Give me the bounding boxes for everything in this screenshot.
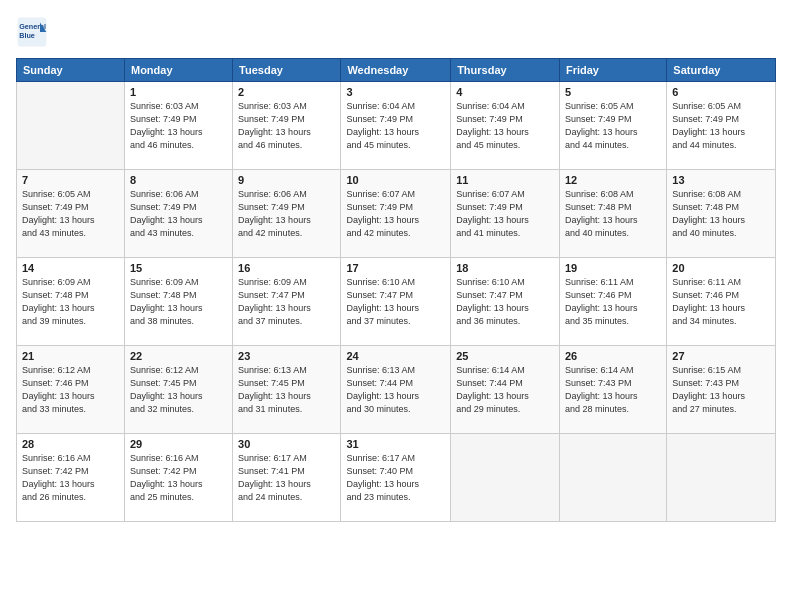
day-number: 16 xyxy=(238,262,335,274)
day-number: 25 xyxy=(456,350,554,362)
calendar-cell: 14Sunrise: 6:09 AM Sunset: 7:48 PM Dayli… xyxy=(17,258,125,346)
day-info: Sunrise: 6:03 AM Sunset: 7:49 PM Dayligh… xyxy=(238,100,335,152)
column-header-tuesday: Tuesday xyxy=(233,59,341,82)
column-header-saturday: Saturday xyxy=(667,59,776,82)
day-number: 18 xyxy=(456,262,554,274)
calendar-cell: 5Sunrise: 6:05 AM Sunset: 7:49 PM Daylig… xyxy=(559,82,666,170)
day-number: 2 xyxy=(238,86,335,98)
day-number: 12 xyxy=(565,174,661,186)
calendar-cell: 1Sunrise: 6:03 AM Sunset: 7:49 PM Daylig… xyxy=(124,82,232,170)
calendar-cell: 23Sunrise: 6:13 AM Sunset: 7:45 PM Dayli… xyxy=(233,346,341,434)
calendar-week-4: 21Sunrise: 6:12 AM Sunset: 7:46 PM Dayli… xyxy=(17,346,776,434)
day-number: 28 xyxy=(22,438,119,450)
calendar-cell: 26Sunrise: 6:14 AM Sunset: 7:43 PM Dayli… xyxy=(559,346,666,434)
day-number: 10 xyxy=(346,174,445,186)
header: General Blue xyxy=(16,16,776,48)
day-info: Sunrise: 6:14 AM Sunset: 7:43 PM Dayligh… xyxy=(565,364,661,416)
day-number: 13 xyxy=(672,174,770,186)
calendar-cell: 27Sunrise: 6:15 AM Sunset: 7:43 PM Dayli… xyxy=(667,346,776,434)
logo: General Blue xyxy=(16,16,48,48)
day-number: 21 xyxy=(22,350,119,362)
day-number: 9 xyxy=(238,174,335,186)
day-info: Sunrise: 6:05 AM Sunset: 7:49 PM Dayligh… xyxy=(22,188,119,240)
day-info: Sunrise: 6:17 AM Sunset: 7:41 PM Dayligh… xyxy=(238,452,335,504)
day-number: 22 xyxy=(130,350,227,362)
calendar-cell: 9Sunrise: 6:06 AM Sunset: 7:49 PM Daylig… xyxy=(233,170,341,258)
calendar-cell xyxy=(667,434,776,522)
calendar-cell: 28Sunrise: 6:16 AM Sunset: 7:42 PM Dayli… xyxy=(17,434,125,522)
day-info: Sunrise: 6:06 AM Sunset: 7:49 PM Dayligh… xyxy=(238,188,335,240)
svg-text:Blue: Blue xyxy=(19,31,35,40)
calendar-cell: 16Sunrise: 6:09 AM Sunset: 7:47 PM Dayli… xyxy=(233,258,341,346)
day-number: 11 xyxy=(456,174,554,186)
column-header-friday: Friday xyxy=(559,59,666,82)
day-info: Sunrise: 6:07 AM Sunset: 7:49 PM Dayligh… xyxy=(346,188,445,240)
calendar-cell: 2Sunrise: 6:03 AM Sunset: 7:49 PM Daylig… xyxy=(233,82,341,170)
day-number: 31 xyxy=(346,438,445,450)
day-info: Sunrise: 6:04 AM Sunset: 7:49 PM Dayligh… xyxy=(456,100,554,152)
column-header-sunday: Sunday xyxy=(17,59,125,82)
day-number: 30 xyxy=(238,438,335,450)
day-number: 29 xyxy=(130,438,227,450)
day-number: 3 xyxy=(346,86,445,98)
day-info: Sunrise: 6:09 AM Sunset: 7:47 PM Dayligh… xyxy=(238,276,335,328)
day-number: 26 xyxy=(565,350,661,362)
day-number: 5 xyxy=(565,86,661,98)
day-info: Sunrise: 6:09 AM Sunset: 7:48 PM Dayligh… xyxy=(22,276,119,328)
calendar-cell: 18Sunrise: 6:10 AM Sunset: 7:47 PM Dayli… xyxy=(451,258,560,346)
calendar-week-5: 28Sunrise: 6:16 AM Sunset: 7:42 PM Dayli… xyxy=(17,434,776,522)
calendar-cell: 29Sunrise: 6:16 AM Sunset: 7:42 PM Dayli… xyxy=(124,434,232,522)
day-info: Sunrise: 6:13 AM Sunset: 7:45 PM Dayligh… xyxy=(238,364,335,416)
day-info: Sunrise: 6:08 AM Sunset: 7:48 PM Dayligh… xyxy=(565,188,661,240)
calendar-cell: 15Sunrise: 6:09 AM Sunset: 7:48 PM Dayli… xyxy=(124,258,232,346)
day-info: Sunrise: 6:05 AM Sunset: 7:49 PM Dayligh… xyxy=(565,100,661,152)
day-info: Sunrise: 6:06 AM Sunset: 7:49 PM Dayligh… xyxy=(130,188,227,240)
calendar-cell: 12Sunrise: 6:08 AM Sunset: 7:48 PM Dayli… xyxy=(559,170,666,258)
calendar-week-1: 1Sunrise: 6:03 AM Sunset: 7:49 PM Daylig… xyxy=(17,82,776,170)
day-info: Sunrise: 6:13 AM Sunset: 7:44 PM Dayligh… xyxy=(346,364,445,416)
page: General Blue SundayMondayTuesdayWednesda… xyxy=(0,0,792,612)
day-info: Sunrise: 6:11 AM Sunset: 7:46 PM Dayligh… xyxy=(672,276,770,328)
day-number: 4 xyxy=(456,86,554,98)
calendar-week-2: 7Sunrise: 6:05 AM Sunset: 7:49 PM Daylig… xyxy=(17,170,776,258)
calendar-cell: 25Sunrise: 6:14 AM Sunset: 7:44 PM Dayli… xyxy=(451,346,560,434)
day-number: 20 xyxy=(672,262,770,274)
column-header-wednesday: Wednesday xyxy=(341,59,451,82)
day-info: Sunrise: 6:05 AM Sunset: 7:49 PM Dayligh… xyxy=(672,100,770,152)
day-number: 15 xyxy=(130,262,227,274)
calendar-cell: 17Sunrise: 6:10 AM Sunset: 7:47 PM Dayli… xyxy=(341,258,451,346)
day-number: 8 xyxy=(130,174,227,186)
day-number: 14 xyxy=(22,262,119,274)
calendar-cell xyxy=(451,434,560,522)
day-number: 7 xyxy=(22,174,119,186)
column-header-monday: Monday xyxy=(124,59,232,82)
calendar-cell: 22Sunrise: 6:12 AM Sunset: 7:45 PM Dayli… xyxy=(124,346,232,434)
calendar-cell: 13Sunrise: 6:08 AM Sunset: 7:48 PM Dayli… xyxy=(667,170,776,258)
day-info: Sunrise: 6:09 AM Sunset: 7:48 PM Dayligh… xyxy=(130,276,227,328)
calendar-cell: 7Sunrise: 6:05 AM Sunset: 7:49 PM Daylig… xyxy=(17,170,125,258)
day-info: Sunrise: 6:16 AM Sunset: 7:42 PM Dayligh… xyxy=(22,452,119,504)
day-info: Sunrise: 6:15 AM Sunset: 7:43 PM Dayligh… xyxy=(672,364,770,416)
calendar-cell: 4Sunrise: 6:04 AM Sunset: 7:49 PM Daylig… xyxy=(451,82,560,170)
day-info: Sunrise: 6:14 AM Sunset: 7:44 PM Dayligh… xyxy=(456,364,554,416)
calendar-cell xyxy=(17,82,125,170)
day-number: 6 xyxy=(672,86,770,98)
calendar-cell: 20Sunrise: 6:11 AM Sunset: 7:46 PM Dayli… xyxy=(667,258,776,346)
day-number: 27 xyxy=(672,350,770,362)
day-info: Sunrise: 6:10 AM Sunset: 7:47 PM Dayligh… xyxy=(456,276,554,328)
calendar-cell: 21Sunrise: 6:12 AM Sunset: 7:46 PM Dayli… xyxy=(17,346,125,434)
calendar-cell: 8Sunrise: 6:06 AM Sunset: 7:49 PM Daylig… xyxy=(124,170,232,258)
calendar-cell: 3Sunrise: 6:04 AM Sunset: 7:49 PM Daylig… xyxy=(341,82,451,170)
day-info: Sunrise: 6:17 AM Sunset: 7:40 PM Dayligh… xyxy=(346,452,445,504)
logo-icon: General Blue xyxy=(16,16,48,48)
calendar-cell: 30Sunrise: 6:17 AM Sunset: 7:41 PM Dayli… xyxy=(233,434,341,522)
day-info: Sunrise: 6:03 AM Sunset: 7:49 PM Dayligh… xyxy=(130,100,227,152)
day-number: 24 xyxy=(346,350,445,362)
day-info: Sunrise: 6:12 AM Sunset: 7:46 PM Dayligh… xyxy=(22,364,119,416)
day-number: 17 xyxy=(346,262,445,274)
day-number: 23 xyxy=(238,350,335,362)
day-info: Sunrise: 6:08 AM Sunset: 7:48 PM Dayligh… xyxy=(672,188,770,240)
day-number: 19 xyxy=(565,262,661,274)
calendar-cell: 19Sunrise: 6:11 AM Sunset: 7:46 PM Dayli… xyxy=(559,258,666,346)
column-header-thursday: Thursday xyxy=(451,59,560,82)
